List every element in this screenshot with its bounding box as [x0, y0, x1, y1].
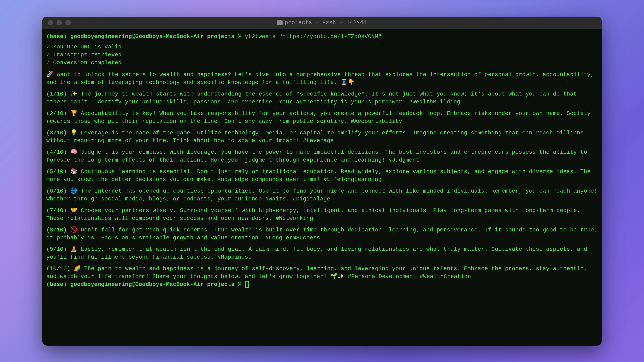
- window-title: projects — -zsh — 142×41: [277, 19, 367, 26]
- command-line: (base) goodboyengineering@Goodboys-MacBo…: [46, 33, 598, 40]
- tweet-3: (3/10) 💡 Leverage is the name of the gam…: [46, 129, 598, 145]
- prompt-prefix: (base) goodboyengineering@Goodboys-MacBo…: [46, 33, 241, 40]
- tweet-2-text: (2/10) 🏆 Accountability is key! When you…: [46, 110, 590, 124]
- tweet-3-text: (3/10) 💡 Leverage is the name of the gam…: [46, 130, 584, 144]
- status-url-valid: ✓ YouTube URL is valid: [46, 43, 598, 51]
- intro-text: 🚀 Want to unlock the secrets to wealth a…: [46, 71, 594, 86]
- maximize-button[interactable]: [66, 20, 71, 25]
- close-button[interactable]: [48, 20, 53, 25]
- tweet-2: (2/10) 🏆 Accountability is key! When you…: [46, 110, 598, 125]
- terminal-body[interactable]: (base) goodboyengineering@Goodboys-MacBo…: [42, 29, 602, 346]
- tweet-9-text: (9/10) 🧘 Lastly, remember that wealth is…: [46, 246, 587, 260]
- command-name: yt2tweets: [245, 33, 276, 40]
- tweet-10-text: (10/10) 🌈 The path to wealth and happine…: [46, 266, 587, 280]
- window-title-text: projects — -zsh — 142×41: [284, 19, 367, 26]
- tweet-1: (1/10) ✨ The journey to wealth starts wi…: [46, 90, 598, 106]
- final-prompt-line: (base) goodboyengineering@Goodboys-MacBo…: [46, 281, 598, 289]
- tweet-7: (7/10) 🤝 Choose your partners wisely. Su…: [46, 207, 598, 222]
- terminal-window: projects — -zsh — 142×41 (base) goodboye…: [42, 16, 602, 346]
- tweet-9: (9/10) 🧘 Lastly, remember that wealth is…: [46, 245, 598, 261]
- title-bar: projects — -zsh — 142×41: [42, 16, 602, 29]
- tweet-4-text: (4/10) 🧠 Judgment is your compass. With …: [46, 149, 587, 163]
- tweet-1-text: (1/10) ✨ The journey to wealth starts wi…: [46, 91, 577, 105]
- status-block: ✓ YouTube URL is valid ✓ Transcript retr…: [46, 43, 598, 67]
- command-url: "https://youtu.be/1-TZqOsVCNM": [279, 33, 382, 40]
- tweet-10: (10/10) 🌈 The path to wealth and happine…: [46, 265, 598, 281]
- final-prompt-prefix: (base) goodboyengineering@Goodboys-MacBo…: [46, 281, 241, 288]
- thread-intro: 🚀 Want to unlock the secrets to wealth a…: [46, 71, 598, 86]
- tweet-8-text: (8/10) 🚫 Don't fall for get-rich-quick s…: [46, 227, 598, 241]
- status-transcript: ✓ Transcript retrieved: [46, 51, 598, 59]
- tweet-6-text: (6/10) 🌐 The Internet has opened up coun…: [46, 188, 598, 202]
- tweet-4: (4/10) 🧠 Judgment is your compass. With …: [46, 148, 598, 164]
- cursor[interactable]: [245, 281, 249, 288]
- tweet-8: (8/10) 🚫 Don't fall for get-rich-quick s…: [46, 226, 598, 242]
- status-conversion: ✓ Conversion completed: [46, 59, 598, 67]
- minimize-button[interactable]: [56, 20, 62, 25]
- tweet-7-text: (7/10) 🤝 Choose your partners wisely. Su…: [46, 207, 580, 222]
- tweet-5-text: (5/10) 📚 Continuous learning is essentia…: [46, 168, 590, 183]
- tweet-5: (5/10) 📚 Continuous learning is essentia…: [46, 168, 598, 184]
- tweet-6: (6/10) 🌐 The Internet has opened up coun…: [46, 187, 598, 203]
- folder-icon: [277, 20, 282, 25]
- traffic-lights: [42, 20, 71, 25]
